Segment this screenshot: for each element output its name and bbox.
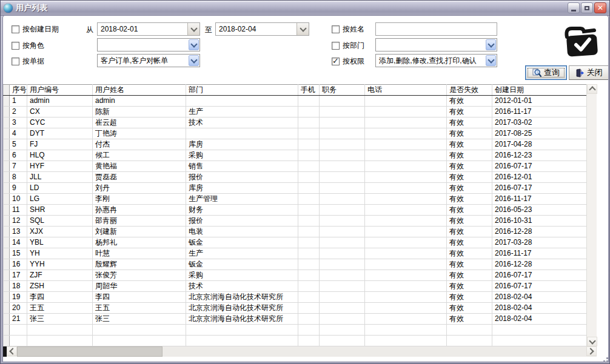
table-row[interactable]: 16YYH殷耀辉钣金有效2016-12-28 — [4, 259, 587, 270]
row-selector[interactable] — [4, 172, 10, 183]
row-selector[interactable] — [4, 216, 10, 227]
checkbox-box[interactable]: ✓ — [332, 58, 340, 65]
department-combobox[interactable] — [375, 38, 497, 51]
row-selector[interactable] — [4, 227, 10, 237]
minimize-button[interactable] — [568, 2, 580, 13]
vertical-scrollbar[interactable] — [586, 84, 597, 346]
dropdown-button[interactable] — [189, 39, 199, 50]
scroll-up-button[interactable] — [587, 84, 597, 94]
row-selector[interactable] — [4, 183, 10, 194]
scroll-track[interactable] — [163, 346, 586, 357]
column-header[interactable]: 职务 — [320, 85, 365, 96]
close-button[interactable]: ✕ — [594, 2, 606, 13]
row-selector[interactable] — [4, 139, 10, 150]
checkbox-by-document[interactable]: ✓ 按单据 — [12, 56, 44, 66]
checkbox-box[interactable]: ✓ — [12, 42, 19, 50]
row-selector[interactable] — [4, 237, 10, 248]
table-row[interactable]: 21张三张三北京京润海自动化技术研究所有效2018-02-04 — [4, 314, 587, 325]
permission-combobox[interactable]: 添加,删除,修改,查找,打印,确认 — [375, 54, 497, 67]
dropdown-button[interactable] — [486, 55, 496, 66]
column-header[interactable]: 创建日期 — [492, 85, 587, 96]
row-selector[interactable] — [4, 194, 10, 205]
row-selector[interactable] — [4, 336, 10, 346]
table-row[interactable]: 9LD刘丹库房有效2016-07-17 — [4, 183, 587, 194]
checkbox-box[interactable]: ✓ — [332, 42, 340, 50]
horizontal-scroll-thumb[interactable] — [17, 346, 163, 357]
column-header[interactable]: 用户编号 — [27, 85, 93, 96]
row-selector[interactable] — [4, 303, 10, 314]
dropdown-button[interactable] — [297, 23, 309, 35]
table-row[interactable]: 20王五王五北京京润海自动化技术研究所有效2018-02-04 — [4, 303, 587, 314]
table-row[interactable] — [4, 336, 587, 346]
table-row[interactable]: 15YH叶慧生产有效2016-11-17 — [4, 248, 587, 259]
row-selector[interactable] — [4, 205, 10, 216]
table-row[interactable]: 14YBL杨邦礼钣金有效2017-03-28 — [4, 237, 587, 248]
table-row[interactable]: 3CYC崔云超技术有效2017-03-02 — [4, 117, 587, 128]
user-table-body: 1adminadmin有效2012-01-012CX陈新生产有效2016-11-… — [4, 96, 587, 346]
close-window-button[interactable]: 关闭 — [569, 65, 609, 80]
date-from-picker[interactable]: 2018-02-01 — [97, 22, 200, 36]
table-row[interactable]: 10LG李刚生产管理有效2016-11-17 — [4, 194, 587, 205]
scroll-down-button[interactable] — [587, 337, 597, 346]
row-selector[interactable] — [4, 96, 10, 107]
table-row[interactable]: 18ZSH周韶华技术有效2016-07-17 — [4, 281, 587, 292]
table-row[interactable]: 13XJX刘建新电装有效2016-12-28 — [4, 227, 587, 237]
checkbox-by-create-date[interactable]: ✓ 按创建日期 — [12, 24, 59, 34]
table-cell — [365, 336, 447, 346]
table-row[interactable]: 2CX陈新生产有效2016-11-17 — [4, 107, 587, 117]
table-row[interactable]: 12SQL邵青丽报价有效2016-10-31 — [4, 216, 587, 227]
checkbox-box[interactable]: ✓ — [12, 58, 19, 65]
column-header[interactable]: 序号 — [10, 85, 27, 96]
maximize-button[interactable] — [581, 2, 593, 13]
table-row[interactable]: 19李四李四北京京润海自动化技术研究所有效2018-02-04 — [4, 292, 587, 303]
row-selector[interactable] — [4, 128, 10, 139]
checkbox-box[interactable]: ✓ — [12, 25, 19, 33]
role-combobox[interactable] — [97, 38, 200, 51]
row-selector[interactable] — [4, 325, 10, 336]
row-selector[interactable] — [4, 107, 10, 117]
table-row[interactable]: 6HLQ候工采购有效2016-12-23 — [4, 150, 587, 161]
query-button-label: 查询 — [544, 67, 560, 78]
column-header[interactable]: 部门 — [186, 85, 298, 96]
scroll-right-button[interactable] — [586, 346, 597, 356]
dropdown-button[interactable] — [486, 39, 496, 50]
table-row[interactable]: 8JLL贾磊磊报价有效2016-12-01 — [4, 172, 587, 183]
table-row[interactable]: 17ZJF张俊芳采购有效2016-07-17 — [4, 270, 587, 281]
table-row[interactable]: 1adminadmin有效2012-01-01 — [4, 96, 587, 107]
table-row[interactable] — [4, 325, 587, 336]
horizontal-scrollbar[interactable] — [3, 346, 597, 357]
row-selector[interactable] — [4, 150, 10, 161]
row-selector[interactable] — [4, 281, 10, 292]
resize-grip[interactable] — [600, 354, 608, 362]
checkbox-by-name[interactable]: ✓ 按姓名 — [332, 24, 364, 34]
date-to-picker[interactable]: 2018-02-04 — [215, 22, 309, 36]
table-cell: YH — [27, 248, 93, 259]
checkbox-by-department[interactable]: ✓ 按部门 — [332, 41, 364, 50]
query-button[interactable]: 查询 — [525, 65, 567, 80]
dropdown-button[interactable] — [187, 23, 199, 35]
column-header[interactable]: 是否失效 — [447, 85, 492, 96]
dropdown-button[interactable] — [189, 55, 199, 66]
table-row[interactable]: 4DYT丁艳涛有效2017-08-25 — [4, 128, 587, 139]
checkbox-label: 按姓名 — [343, 24, 364, 35]
row-selector[interactable] — [4, 292, 10, 303]
row-selector[interactable] — [4, 270, 10, 281]
column-header[interactable]: 电话 — [365, 85, 447, 96]
table-row[interactable]: 5FJ付杰库房有效2017-04-28 — [4, 139, 587, 150]
document-combobox[interactable]: 客户订单,客户对帐单 — [97, 54, 200, 67]
titlebar[interactable]: 用户列表 ✕ — [1, 1, 609, 16]
checkbox-by-role[interactable]: ✓ 按角色 — [12, 41, 44, 50]
column-header[interactable]: 手机 — [298, 85, 320, 96]
table-row[interactable]: 7HYF黄艳福销售有效2016-07-17 — [4, 161, 587, 172]
row-selector[interactable] — [4, 161, 10, 172]
table-row[interactable]: 11SHR孙惠冉财务有效2016-05-23 — [4, 205, 587, 216]
row-selector[interactable] — [4, 259, 10, 270]
checkbox-box[interactable]: ✓ — [332, 25, 340, 33]
name-input[interactable] — [375, 22, 497, 36]
row-selector[interactable] — [4, 117, 10, 128]
scroll-left-button[interactable] — [7, 346, 17, 356]
column-header[interactable]: 用户姓名 — [93, 85, 186, 96]
checkbox-by-permission[interactable]: ✓ 按权限 — [332, 56, 364, 66]
row-selector[interactable] — [4, 248, 10, 259]
row-selector[interactable] — [4, 314, 10, 325]
